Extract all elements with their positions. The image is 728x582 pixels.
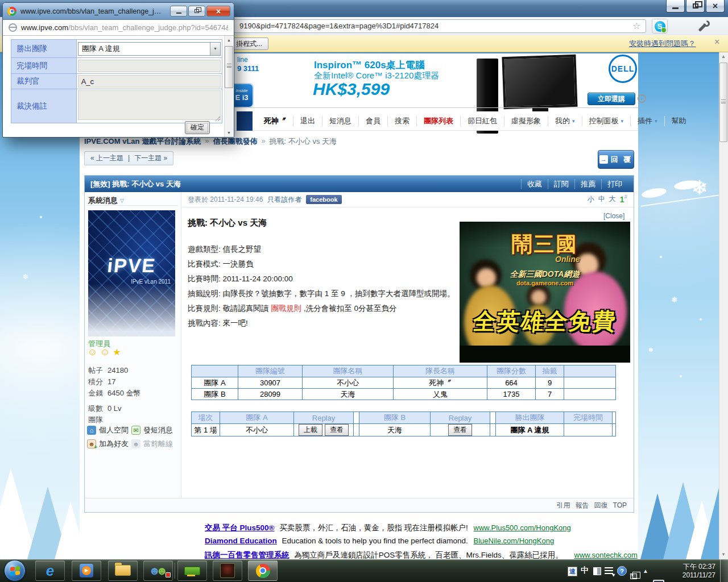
cell-replay-b: 查看 (431, 424, 490, 436)
author-group-label[interactable]: 系統消息 ▽ (88, 196, 124, 206)
nav-logout[interactable]: 退出 (293, 116, 322, 126)
breadcrumb-section[interactable]: 信長團戰發佈 (213, 136, 257, 147)
nav-members[interactable]: 會員 (359, 116, 388, 126)
tray-help-icon[interactable]: ? (617, 566, 627, 576)
ad-url-link[interactable]: www.sontechk.com (574, 551, 638, 559)
prev-topic-link[interactable]: « 上一主題 (90, 152, 123, 165)
breadcrumb-root[interactable]: IPVE.COM vLan 遊戲平台討論系統 (84, 136, 201, 147)
header-cell (192, 365, 238, 377)
author-avatar[interactable]: iPVE IPvE vLan 2011 (88, 210, 175, 336)
bookmark-star-icon[interactable]: ☆ (632, 20, 640, 31)
print-link[interactable]: 打印 (601, 179, 628, 189)
taskbar-network-tool-button[interactable] (177, 560, 207, 581)
report-link[interactable]: 報告 (576, 501, 589, 510)
tray-network-icon[interactable] (653, 580, 664, 582)
taskbar-chrome-button[interactable] (248, 560, 278, 581)
taskbar-ie-button[interactable]: e (35, 560, 65, 581)
winner-selected-value: 團隊 A 違規 (78, 44, 210, 54)
ad-info-icon[interactable]: i (638, 94, 646, 103)
upload-replay-button[interactable]: 上載 (299, 424, 322, 436)
top-link[interactable]: TOP (613, 501, 627, 509)
reply-link[interactable]: 回復 (594, 501, 608, 510)
nav-my-menu[interactable]: 我的▾ (548, 116, 582, 126)
judge-popup-window: www.ipve.com/bbs/vlan_team_challenge_jud… (2, 2, 234, 138)
wrench-menu-button[interactable] (697, 20, 710, 33)
popup-url[interactable]: www.ipve.com/bbs/vlan_team_challenge_jud… (21, 23, 228, 32)
endtime-input[interactable] (78, 60, 221, 72)
infobar-help-link[interactable]: 安裝時遇到問題嗎？ (629, 39, 696, 49)
install-plugin-button[interactable]: 掛程式... (230, 38, 268, 50)
nav-help[interactable]: 幫助 (665, 116, 693, 126)
nav-holiday-packet[interactable]: 節日紅包 (461, 116, 504, 126)
nav-team-list[interactable]: 團隊列表 (417, 116, 461, 126)
close-button[interactable]: × (706, 0, 725, 13)
scrollbar-grip (721, 99, 726, 103)
recommend-link[interactable]: 推薦 (574, 179, 601, 189)
dell-buy-now-button[interactable]: 立即選購 (588, 93, 635, 105)
taskbar-media-player-button[interactable]: ▶ (72, 560, 101, 581)
dell-ad-price: HK$3,599 (313, 80, 390, 99)
game-ad-banner[interactable]: 鬧三國 Online 全新三國DOTA網遊 dota.gameone.com 全… (460, 222, 630, 363)
nav-avatar[interactable]: 虛擬形象 (504, 116, 548, 126)
restore-button[interactable] (686, 0, 705, 13)
next-topic-link[interactable]: 下一主題 » (134, 152, 167, 165)
scroll-up-icon[interactable]: ▲ (224, 36, 234, 44)
scrollbar-thumb[interactable] (719, 63, 727, 142)
ad-url-link[interactable]: BlueNile.com/HongKong (474, 537, 555, 545)
scroll-down-icon[interactable]: ▼ (224, 128, 234, 137)
view-replay-button[interactable]: 查看 (448, 424, 472, 436)
winner-select[interactable]: 團隊 A 違規 ▼ (78, 42, 221, 56)
popup-scrollbar-thumb[interactable] (225, 46, 233, 88)
tray-show-hidden-icons[interactable]: ▲ (643, 568, 648, 574)
minimize-button[interactable] (666, 0, 685, 13)
popup-restore-button[interactable] (188, 6, 205, 16)
font-size-small-link[interactable]: 小 (588, 194, 594, 204)
facebook-share-button[interactable]: facebook (306, 195, 341, 204)
game-ad-site: dota.gameone.com (460, 280, 630, 286)
scroll-up-icon[interactable]: ▲ (719, 52, 728, 61)
ime-halfwidth-icon[interactable] (593, 567, 601, 575)
view-replay-button[interactable]: 查看 (325, 424, 349, 436)
ad-title-link[interactable]: Diamond Education (205, 537, 277, 545)
start-button[interactable] (4, 560, 26, 581)
add-friend-link[interactable]: 加為好友 (99, 439, 129, 449)
show-desktop-button[interactable] (720, 559, 728, 582)
team-rules-link[interactable]: 團戰規則 (271, 304, 301, 313)
ad-close-link[interactable]: [Close] (603, 212, 624, 220)
skype-extension-button[interactable]: S (652, 19, 668, 34)
popup-minimize-button[interactable] (170, 6, 187, 16)
tray-clock[interactable]: 下午 02:37 2011/11/27 (667, 563, 715, 580)
confirm-button[interactable]: 確定 (185, 121, 210, 134)
infobar-close-icon[interactable]: × (714, 37, 719, 47)
only-author-link[interactable]: 只看該作者 (267, 195, 301, 205)
subscribe-link[interactable]: 訂閱 (548, 179, 574, 189)
nav-plugins[interactable]: 插件▾ (631, 116, 665, 126)
personal-space-link[interactable]: 個人空間 (99, 425, 129, 435)
header-cell: Replay (431, 412, 490, 424)
nav-messages[interactable]: 短消息 (322, 116, 359, 126)
judge-input[interactable] (78, 75, 221, 88)
nav-control-panel[interactable]: 控制面板▾ (582, 116, 631, 126)
ad-title-link[interactable]: 交易 平台 Plus500® (205, 523, 274, 532)
ad-title-link[interactable]: 訊德一百售零售管理系統 (205, 551, 289, 559)
font-size-medium-link[interactable]: 中 (598, 194, 605, 204)
reply-button[interactable]: → 回 覆 (598, 150, 634, 169)
ime-speed-icon[interactable]: 速 (568, 567, 577, 576)
quote-link[interactable]: 引用 (557, 501, 570, 510)
font-size-large-link[interactable]: 大 (609, 194, 616, 204)
taskbar-warcraft-button[interactable] (213, 560, 242, 581)
taskbar-messenger-button[interactable]: ☻☻ (143, 560, 173, 581)
remark-textarea[interactable] (78, 90, 221, 120)
taskbar-explorer-button[interactable] (108, 560, 138, 581)
scroll-down-icon[interactable]: ▼ (719, 550, 728, 559)
ime-language-indicator[interactable]: 中 (581, 566, 589, 576)
ime-toolbar-icon[interactable] (605, 567, 613, 575)
header-cell (564, 365, 616, 377)
popup-close-button[interactable]: × (206, 6, 230, 16)
send-message-link[interactable]: 發短消息 (143, 425, 173, 435)
ad-url-link[interactable]: www.Plus500.com/HongKong (474, 523, 571, 532)
nav-username[interactable]: 死神〞 (257, 116, 293, 126)
teams-table: 團隊編號 團隊名稱 隊長名稱 團隊分數 抽籤 團隊 A 30907 不小心 死神… (191, 365, 616, 400)
nav-search[interactable]: 搜索 (388, 116, 417, 126)
favorite-link[interactable]: 收藏 (521, 179, 548, 189)
